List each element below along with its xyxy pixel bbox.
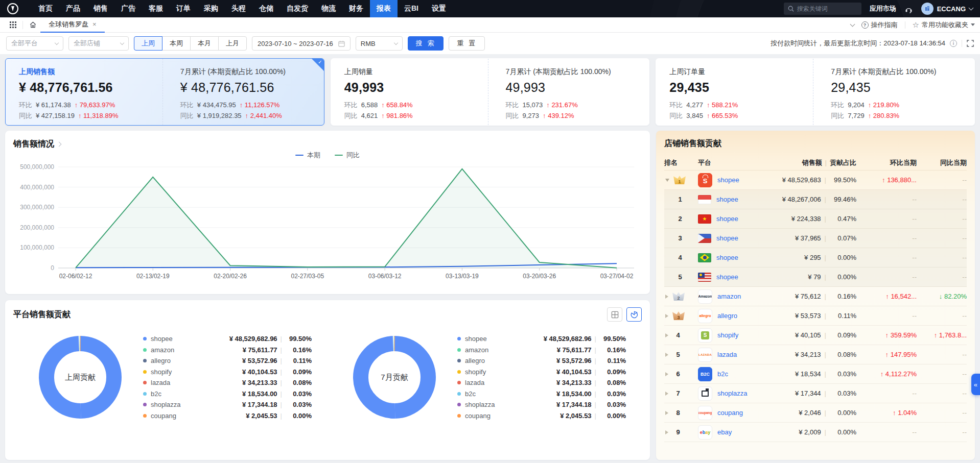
nav-item-首页[interactable]: 首页 xyxy=(32,0,59,17)
guide-link[interactable]: ? 操作指南 xyxy=(861,20,898,30)
legend-row[interactable]: shoplazza¥ 17,344.18|0.03% xyxy=(143,399,312,410)
apps-grid-icon[interactable] xyxy=(5,17,20,33)
nav-item-财务[interactable]: 财务 xyxy=(342,0,370,17)
platform-link[interactable]: shopee xyxy=(717,176,739,184)
legend-row[interactable]: shopify¥ 40,104.53|0.09% xyxy=(143,367,312,378)
table-row[interactable]: 8coupangcoupang¥ 2,046|0.00%↑ 1.04%-- xyxy=(664,403,967,423)
nav-item-自发货[interactable]: 自发货 xyxy=(280,0,315,17)
platform-link[interactable]: ebay xyxy=(717,428,732,436)
period-button-上周[interactable]: 上周 xyxy=(134,36,162,51)
chevron-down-icon[interactable] xyxy=(850,21,855,27)
store-select[interactable]: 全部店铺 xyxy=(68,36,129,51)
search-button[interactable]: 搜 索 xyxy=(408,36,444,51)
nav-item-头程[interactable]: 头程 xyxy=(225,0,252,17)
platform-link[interactable]: shopee xyxy=(716,273,738,281)
collapse-panel-handle[interactable]: « xyxy=(971,374,980,395)
pie-view-toggle[interactable] xyxy=(626,307,642,322)
platform-select[interactable]: 全部平台 xyxy=(6,36,63,51)
caret-right-icon[interactable] xyxy=(665,333,668,337)
table-row[interactable]: 3allegroallegro¥ 53,573|0.11%---- xyxy=(664,306,967,326)
nav-item-客服[interactable]: 客服 xyxy=(142,0,170,17)
nav-item-物流[interactable]: 物流 xyxy=(315,0,342,17)
caret-down-icon[interactable] xyxy=(665,179,669,182)
table-row[interactable]: 4shopee¥ 295|0.00%---- xyxy=(664,248,967,267)
fullscreen-icon[interactable] xyxy=(967,40,974,47)
reset-button[interactable]: 重 置 xyxy=(449,36,485,51)
legend-item-同比[interactable]: 同比 xyxy=(335,151,360,160)
nav-item-仓储[interactable]: 仓储 xyxy=(252,0,280,17)
favorites-menu[interactable]: ☆ 常用功能收藏夹 xyxy=(913,20,975,30)
period-button-本月[interactable]: 本月 xyxy=(190,36,219,51)
nav-item-广告[interactable]: 广告 xyxy=(114,0,142,17)
legend-item-本期[interactable]: 本期 xyxy=(295,151,320,160)
account-menu[interactable]: ECCANG xyxy=(921,3,973,15)
period-button-本周[interactable]: 本周 xyxy=(162,36,191,51)
platform-link[interactable]: shoplazza xyxy=(717,389,748,397)
close-icon[interactable]: × xyxy=(92,20,97,28)
table-row[interactable]: 7shoplazza¥ 17,344|0.03%---- xyxy=(664,384,967,403)
legend-row[interactable]: shopify¥ 40,104.53|0.09% xyxy=(457,367,626,378)
nav-item-销售[interactable]: 销售 xyxy=(87,0,114,17)
currency-select[interactable]: RMB xyxy=(356,36,403,51)
nav-item-订单[interactable]: 订单 xyxy=(170,0,197,17)
legend-row[interactable]: allegro¥ 53,572.96|0.11% xyxy=(143,355,312,367)
caret-right-icon[interactable] xyxy=(665,314,668,318)
nav-item-报表[interactable]: 报表 xyxy=(370,0,398,17)
legend-row[interactable]: shopee¥ 48,529,682.96|99.50% xyxy=(143,333,312,345)
info-icon[interactable]: i xyxy=(950,40,957,47)
legend-row[interactable]: b2c¥ 18,534.00|0.03% xyxy=(143,388,312,400)
global-search-input[interactable]: 搜索关键词 xyxy=(784,3,861,15)
platform-link[interactable]: coupang xyxy=(717,409,743,417)
tab-global-sales-compass[interactable]: 全球销售罗盘 × xyxy=(40,17,105,33)
legend-row[interactable]: lazada¥ 34,213.33|0.08% xyxy=(457,377,626,388)
platform-link[interactable]: shopee xyxy=(716,234,738,242)
table-row[interactable]: 6B2Cb2c¥ 18,534|0.03%↑ 4,112.27%-- xyxy=(664,364,967,384)
legend-row[interactable]: coupang¥ 2,045.53|0.00% xyxy=(457,410,626,422)
headset-icon[interactable] xyxy=(904,5,913,13)
legend-row[interactable]: shopee¥ 48,529,682.96|99.50% xyxy=(457,333,626,345)
caret-right-icon[interactable] xyxy=(665,295,668,299)
legend-row[interactable]: amazon¥ 75,611.77|0.16% xyxy=(143,345,312,356)
home-icon[interactable] xyxy=(25,17,40,33)
table-row[interactable]: 9ebayebay¥ 2,009|0.00%---- xyxy=(664,423,967,442)
caret-right-icon[interactable] xyxy=(665,353,668,357)
caret-right-icon[interactable] xyxy=(665,411,668,415)
table-row[interactable]: 4Sshopify¥ 40,105|0.09%↑ 359.59%↑ 1,763.… xyxy=(664,326,967,345)
platform-link[interactable]: lazada xyxy=(717,351,737,358)
nav-item-设置[interactable]: 设置 xyxy=(425,0,453,17)
legend-row[interactable]: lazada¥ 34,213.33|0.08% xyxy=(143,377,312,388)
kpi-card-2[interactable]: 上周订单量29,435环比4,277↑ 588.21%同比3,845↑ 665.… xyxy=(656,58,975,126)
table-row[interactable]: 5shopee¥ 79|0.00%---- xyxy=(664,267,967,287)
date-range-picker[interactable]: 2023-07-10 ~ 2023-07-16 xyxy=(252,36,351,51)
table-row[interactable]: 1shopee¥ 48,267,006|99.46%---- xyxy=(664,190,967,209)
chevron-right-icon[interactable] xyxy=(57,142,62,147)
caret-right-icon[interactable] xyxy=(665,392,668,396)
period-button-上月[interactable]: 上月 xyxy=(218,36,247,51)
platform-link[interactable]: amazon xyxy=(717,293,741,300)
table-view-toggle[interactable] xyxy=(607,307,622,322)
caret-right-icon[interactable] xyxy=(665,372,668,376)
platform-link[interactable]: b2c xyxy=(717,370,728,378)
platform-link[interactable]: shopee xyxy=(716,215,738,223)
nav-item-产品[interactable]: 产品 xyxy=(59,0,87,17)
nav-item-采购[interactable]: 采购 xyxy=(197,0,225,17)
kpi-card-0[interactable]: 上周销售额¥ 48,776,761.56环比¥ 61,174.38↑ 79,63… xyxy=(5,58,324,126)
legend-row[interactable]: coupang¥ 2,045.53|0.00% xyxy=(143,410,312,422)
legend-row[interactable]: amazon¥ 75,611.77|0.16% xyxy=(457,345,626,356)
platform-link[interactable]: shopee xyxy=(716,254,738,261)
platform-link[interactable]: shopify xyxy=(717,331,738,339)
caret-right-icon[interactable] xyxy=(665,430,668,434)
nav-item-云BI[interactable]: 云BI xyxy=(398,0,425,17)
table-row[interactable]: 2shopee¥ 224,338|0.47%---- xyxy=(664,209,967,229)
app-logo-icon[interactable] xyxy=(7,3,18,14)
table-row[interactable]: 1Sshopee¥ 48,529,683|99.50%↑ 136,880...-… xyxy=(664,170,967,190)
table-row[interactable]: 5LAZADAlazada¥ 34,213|0.08%↑ 147.95%-- xyxy=(664,345,967,364)
legend-row[interactable]: shoplazza¥ 17,344.18|0.03% xyxy=(457,399,626,410)
table-row[interactable]: 3shopee¥ 37,965|0.07%---- xyxy=(664,229,967,248)
platform-link[interactable]: allegro xyxy=(717,312,737,320)
legend-row[interactable]: b2c¥ 18,534.00|0.03% xyxy=(457,388,626,400)
kpi-card-1[interactable]: 上周销量49,993环比6,588↑ 658.84%同比4,621↑ 981.8… xyxy=(331,58,650,126)
app-market-link[interactable]: 应用市场 xyxy=(870,4,896,13)
legend-row[interactable]: allegro¥ 53,572.96|0.11% xyxy=(457,355,626,367)
platform-link[interactable]: shopee xyxy=(716,196,738,203)
